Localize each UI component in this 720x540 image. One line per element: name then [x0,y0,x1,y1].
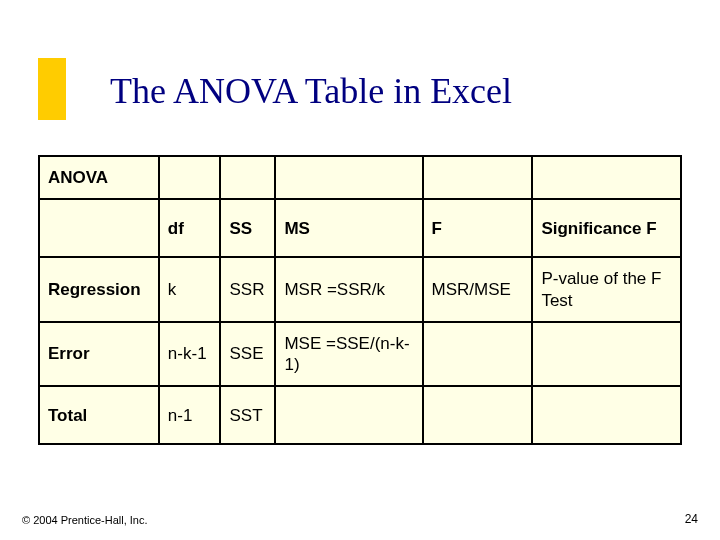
anova-table-container: ANOVA df SS MS F Significance F Regressi… [38,155,682,445]
col-ms: MS [275,199,422,257]
cell [532,386,681,444]
cell: SST [220,386,275,444]
copyright-text: © 2004 Prentice-Hall, Inc. [22,514,148,526]
table-row-columns: df SS MS F Significance F [39,199,681,257]
cell: MSR =SSR/k [275,257,422,322]
cell [275,156,422,199]
cell [423,156,533,199]
cell-anova-label: ANOVA [39,156,159,199]
col-df: df [159,199,221,257]
cell [275,386,422,444]
cell [423,386,533,444]
row-label-total: Total [39,386,159,444]
cell: SSE [220,322,275,387]
cell: SSR [220,257,275,322]
cell: MSE =SSE/(n-k-1) [275,322,422,387]
col-sigf: Significance F [532,199,681,257]
cell [423,322,533,387]
cell [532,322,681,387]
col-f: F [423,199,533,257]
cell [159,156,221,199]
table-row-error: Error n-k-1 SSE MSE =SSE/(n-k-1) [39,322,681,387]
col-ss: SS [220,199,275,257]
page-number: 24 [685,512,698,526]
cell: MSR/MSE [423,257,533,322]
table-row-total: Total n-1 SST [39,386,681,444]
cell [39,199,159,257]
cell [220,156,275,199]
cell: n-k-1 [159,322,221,387]
cell [532,156,681,199]
anova-table: ANOVA df SS MS F Significance F Regressi… [38,155,682,445]
cell: P-value of the F Test [532,257,681,322]
table-row-regression: Regression k SSR MSR =SSR/k MSR/MSE P-va… [39,257,681,322]
row-label-regression: Regression [39,257,159,322]
accent-bar [38,58,66,120]
cell: k [159,257,221,322]
page-title: The ANOVA Table in Excel [110,70,512,112]
cell: n-1 [159,386,221,444]
row-label-error: Error [39,322,159,387]
table-row-header: ANOVA [39,156,681,199]
